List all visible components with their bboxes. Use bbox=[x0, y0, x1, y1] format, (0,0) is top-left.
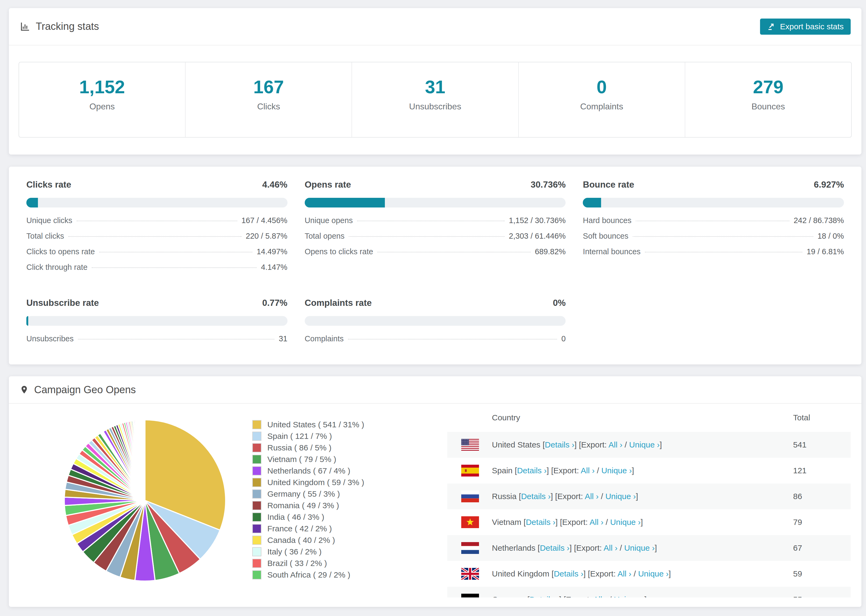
table-row: United States [Details ›] [Export: All ›… bbox=[447, 432, 851, 458]
summary-label: Clicks bbox=[257, 102, 280, 112]
rate-row-label: Unsubscribes bbox=[26, 334, 74, 343]
export-icon bbox=[767, 22, 776, 31]
export-unique-link[interactable]: Unique › bbox=[624, 544, 655, 552]
dotted-leader bbox=[645, 252, 803, 252]
export-unique-link[interactable]: Unique › bbox=[629, 440, 660, 449]
rate-row: Unsubscribes 31 bbox=[26, 334, 288, 350]
rate-row: Total clicks 220 / 5.87% bbox=[26, 232, 288, 247]
bounce-rate-title: Bounce rate bbox=[583, 179, 634, 190]
rate-row-value: 31 bbox=[279, 334, 287, 343]
export-all-link[interactable]: All › bbox=[585, 492, 599, 501]
export-unique-link[interactable]: Unique › bbox=[610, 518, 641, 526]
rate-row-value: 1,152 / 30.736% bbox=[509, 216, 565, 225]
legend-item: Italy ( 36 / 2% ) bbox=[252, 546, 364, 558]
legend-item: South Africa ( 29 / 2% ) bbox=[252, 569, 364, 580]
export-unique-link[interactable]: Unique › bbox=[601, 466, 632, 475]
legend-swatch bbox=[252, 559, 261, 568]
legend-swatch bbox=[252, 536, 261, 545]
table-row: Vietnam [Details ›] [Export: All › / Uni… bbox=[447, 509, 851, 535]
summary-value: 167 bbox=[254, 76, 284, 97]
details-link[interactable]: Details › bbox=[529, 595, 559, 597]
rate-row: Total opens 2,303 / 61.446% bbox=[305, 232, 566, 247]
legend-label: Russia ( 86 / 5% ) bbox=[267, 443, 331, 452]
legend-label: Vietnam ( 79 / 5% ) bbox=[267, 455, 336, 464]
details-link[interactable]: Details › bbox=[521, 492, 551, 501]
export-all-link[interactable]: All › bbox=[603, 544, 617, 552]
summary-value: 279 bbox=[753, 76, 783, 97]
export-all-link[interactable]: All › bbox=[581, 466, 595, 475]
opens-rate-title: Opens rate bbox=[305, 179, 351, 190]
details-link[interactable]: Details › bbox=[545, 440, 575, 449]
country-cell: Vietnam [Details ›] [Export: All › / Uni… bbox=[492, 518, 793, 527]
details-link[interactable]: Details › bbox=[526, 518, 555, 526]
rate-row-value: 14.497% bbox=[257, 247, 288, 256]
dotted-leader bbox=[377, 252, 531, 252]
table-row: Germany [Details ›] [Export: All › / Uni… bbox=[447, 587, 851, 597]
details-link[interactable]: Details › bbox=[540, 544, 569, 552]
legend-item: Russia ( 86 / 5% ) bbox=[252, 442, 364, 453]
legend-swatch bbox=[252, 489, 261, 498]
legend-label: United Kingdom ( 59 / 3% ) bbox=[267, 478, 364, 487]
total-cell: 121 bbox=[793, 466, 851, 475]
unsubscribe-rate-block: Unsubscribe rate 0.77% Unsubscribes 31 bbox=[26, 298, 288, 350]
total-cell: 55 bbox=[793, 595, 851, 597]
rates-card: Clicks rate 4.46% Unique clicks 167 / 4.… bbox=[9, 167, 861, 365]
legend-swatch bbox=[252, 466, 261, 475]
tracking-stats-card: Tracking stats Export basic stats 1,152 … bbox=[9, 8, 861, 154]
dotted-leader bbox=[99, 252, 252, 252]
summary-stat: 279 Bounces bbox=[685, 62, 851, 137]
summary-stat: 31 Unsubscribes bbox=[352, 62, 518, 137]
complaints-rate-block: Complaints rate 0% Complaints 0 bbox=[305, 298, 566, 350]
country-cell: Russia [Details ›] [Export: All › / Uniq… bbox=[492, 492, 793, 501]
export-all-link[interactable]: All › bbox=[593, 595, 607, 597]
dotted-leader bbox=[636, 221, 789, 221]
rate-row: Clicks to opens rate 14.497% bbox=[26, 247, 288, 263]
rate-row-value: 689.82% bbox=[535, 247, 566, 256]
summary-stat: 1,152 Opens bbox=[19, 62, 186, 137]
geo-table-body: United States [Details ›] [Export: All ›… bbox=[447, 432, 851, 597]
dotted-leader bbox=[78, 339, 275, 339]
legend-swatch bbox=[252, 501, 261, 510]
legend-swatch bbox=[252, 512, 261, 522]
table-row: Spain [Details ›] [Export: All › / Uniqu… bbox=[447, 458, 851, 484]
legend-label: United States ( 541 / 31% ) bbox=[267, 420, 364, 429]
legend-item: United States ( 541 / 31% ) bbox=[252, 419, 364, 430]
rate-row-label: Unique clicks bbox=[26, 216, 72, 225]
complaints-rate-bar bbox=[305, 316, 566, 326]
legend-item: United Kingdom ( 59 / 3% ) bbox=[252, 476, 364, 488]
unsubscribe-rate-value: 0.77% bbox=[262, 298, 288, 308]
opens-rate-value: 30.736% bbox=[531, 179, 565, 190]
export-unique-link[interactable]: Unique › bbox=[638, 569, 669, 578]
total-cell: 59 bbox=[793, 569, 851, 578]
campaign-geo-opens-card: Campaign Geo Opens United States ( 541 /… bbox=[9, 376, 861, 607]
export-unique-link[interactable]: Unique › bbox=[614, 595, 644, 597]
rate-row-label: Total clicks bbox=[26, 232, 64, 240]
rate-row-label: Internal bounces bbox=[583, 247, 640, 256]
legend-label: Romania ( 49 / 3% ) bbox=[267, 501, 339, 510]
geo-legend: United States ( 541 / 31% ) Spain ( 121 … bbox=[252, 419, 364, 580]
export-all-link[interactable]: All › bbox=[617, 569, 631, 578]
es-flag-icon bbox=[461, 465, 479, 476]
summary-label: Bounces bbox=[751, 102, 785, 112]
total-cell: 86 bbox=[793, 492, 851, 501]
export-all-link[interactable]: All › bbox=[609, 440, 623, 449]
country-cell: United Kingdom [Details ›] [Export: All … bbox=[492, 569, 793, 578]
opens-rate-bar bbox=[305, 198, 566, 207]
ru-flag-icon bbox=[461, 490, 479, 502]
legend-label: Germany ( 55 / 3% ) bbox=[267, 489, 340, 498]
export-all-link[interactable]: All › bbox=[589, 518, 603, 526]
legend-swatch bbox=[252, 524, 261, 533]
summary-label: Opens bbox=[89, 102, 115, 112]
pie-slice[interactable] bbox=[145, 420, 145, 500]
total-cell: 79 bbox=[793, 518, 851, 527]
details-link[interactable]: Details › bbox=[554, 569, 583, 578]
export-basic-stats-button[interactable]: Export basic stats bbox=[760, 19, 851, 35]
country-cell: Spain [Details ›] [Export: All › / Uniqu… bbox=[492, 466, 793, 475]
details-link[interactable]: Details › bbox=[517, 466, 546, 475]
export-unique-link[interactable]: Unique › bbox=[605, 492, 636, 501]
rates-grid: Clicks rate 4.46% Unique clicks 167 / 4.… bbox=[26, 179, 844, 350]
rate-row-value: 220 / 5.87% bbox=[246, 232, 288, 240]
bounce-rate-value: 6.927% bbox=[814, 179, 844, 190]
rate-row: Opens to clicks rate 689.82% bbox=[305, 247, 566, 263]
de-flag-icon bbox=[461, 594, 479, 597]
